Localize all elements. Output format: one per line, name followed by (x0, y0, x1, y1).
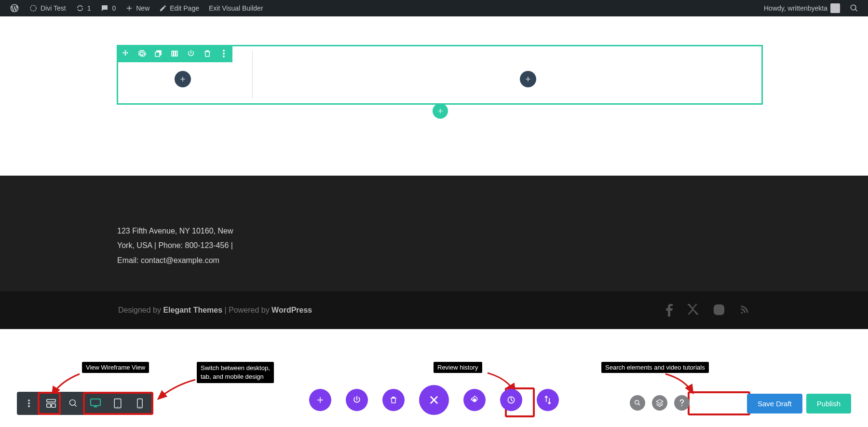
move-handle-icon[interactable] (121, 49, 130, 58)
add-module-col2-button[interactable] (520, 71, 536, 87)
footer-line2: York, USA | Phone: 800-123-456 | (117, 238, 868, 253)
builder-canvas (0, 16, 868, 176)
settings-icon[interactable] (137, 49, 147, 58)
clear-button[interactable] (382, 389, 405, 411)
history-button[interactable] (500, 389, 522, 411)
footer-credits: Designed by Elegant Themes | Powered by … (118, 306, 312, 315)
admin-search-icon[interactable] (845, 0, 863, 16)
builder-bottom-bar: View Wireframe View Switch between deskt… (0, 364, 868, 427)
footer-content: 123 Fifth Avenue, NY 10160, New York, US… (0, 176, 868, 291)
tooltip-wireframe: View Wireframe View (82, 362, 149, 373)
helper-circles (630, 395, 690, 411)
add-module-col1-button[interactable] (175, 71, 191, 87)
find-replace-button[interactable] (630, 395, 645, 411)
section-toolbar (117, 45, 232, 62)
svg-point-20 (635, 400, 639, 404)
x-icon[interactable] (687, 304, 699, 317)
section-outline[interactable] (117, 45, 763, 105)
site-menu[interactable]: Divi Test (24, 0, 71, 16)
layers-button[interactable] (652, 395, 667, 411)
user-greeting[interactable]: Howdy, writtenbyekta (759, 0, 845, 16)
wp-logo[interactable] (5, 0, 24, 16)
builder-center-actions (0, 385, 868, 415)
save-draft-button[interactable]: Save Draft (747, 394, 802, 413)
footer-line1: 123 Fifth Avenue, NY 10160, New (117, 224, 868, 238)
comments-indicator[interactable]: 0 (95, 0, 121, 16)
site-title: Divi Test (41, 4, 66, 12)
new-content[interactable]: New (121, 0, 154, 16)
svg-point-1 (223, 50, 225, 52)
more-dots-icon[interactable] (219, 49, 229, 58)
footer-line3: Email: contact@example.com (117, 253, 868, 268)
duplicate-icon[interactable] (153, 49, 163, 58)
svg-point-6 (721, 306, 723, 308)
page-settings-button[interactable] (346, 389, 368, 411)
comments-count: 0 (112, 4, 116, 12)
column-divider (252, 51, 253, 98)
help-button[interactable] (674, 395, 690, 411)
social-icons (666, 304, 750, 317)
edit-page[interactable]: Edit Page (154, 0, 204, 16)
trash-icon[interactable] (203, 49, 212, 58)
columns-icon[interactable] (170, 49, 179, 58)
add-row-button[interactable] (433, 103, 448, 119)
tooltip-history: Review history (434, 362, 482, 373)
close-builder-button[interactable] (419, 385, 449, 415)
builder-settings-button[interactable] (463, 389, 486, 411)
footer-bar: Designed by Elegant Themes | Powered by … (0, 291, 868, 329)
svg-point-3 (223, 55, 225, 57)
wp-admin-bar: Divi Test 1 0 New Edit Page Exit Visual … (0, 0, 868, 16)
updates-count: 1 (87, 4, 91, 12)
rss-icon[interactable] (739, 304, 750, 317)
svg-point-0 (30, 5, 36, 11)
power-icon[interactable] (186, 49, 196, 58)
exit-visual-builder[interactable]: Exit Visual Builder (204, 0, 268, 16)
svg-point-21 (681, 405, 682, 406)
svg-point-5 (717, 307, 721, 312)
add-button[interactable] (309, 389, 331, 411)
facebook-icon[interactable] (666, 304, 673, 317)
save-buttons: Save Draft Publish (747, 394, 851, 413)
instagram-icon[interactable] (713, 304, 725, 317)
svg-point-2 (223, 53, 225, 55)
tooltip-responsive: Switch between desktop, tab, and mobile … (197, 362, 274, 383)
updates-indicator[interactable]: 1 (71, 0, 96, 16)
new-label: New (136, 4, 149, 12)
tooltip-search: Search elements and video tutorials (601, 362, 709, 373)
publish-button[interactable]: Publish (806, 394, 851, 413)
avatar-icon (830, 3, 840, 13)
portability-button[interactable] (537, 389, 559, 411)
